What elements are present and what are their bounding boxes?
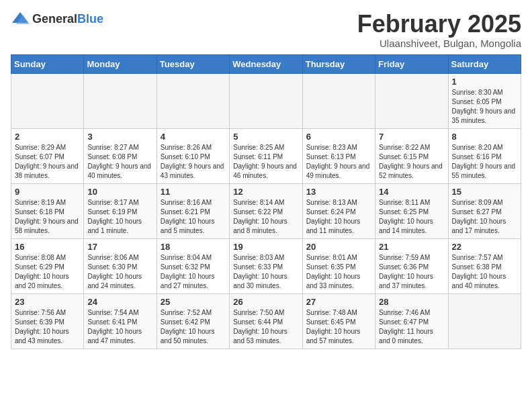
day-number: 23 xyxy=(15,297,80,307)
week-row-4: 16Sunrise: 8:08 AM Sunset: 6:29 PM Dayli… xyxy=(11,238,521,293)
day-number: 8 xyxy=(452,132,517,142)
week-row-2: 2Sunrise: 8:29 AM Sunset: 6:07 PM Daylig… xyxy=(11,128,521,183)
day-cell xyxy=(230,73,302,128)
day-number: 18 xyxy=(161,242,226,252)
day-cell xyxy=(448,293,521,349)
day-cell: 18Sunrise: 8:04 AM Sunset: 6:32 PM Dayli… xyxy=(157,238,229,293)
day-cell: 7Sunrise: 8:22 AM Sunset: 6:15 PM Daylig… xyxy=(375,128,448,183)
day-cell: 21Sunrise: 7:59 AM Sunset: 6:36 PM Dayli… xyxy=(375,238,448,293)
weekday-header-tuesday: Tuesday xyxy=(157,54,229,73)
day-number: 16 xyxy=(15,242,80,252)
day-cell: 24Sunrise: 7:54 AM Sunset: 6:41 PM Dayli… xyxy=(84,293,157,349)
day-info: Sunrise: 8:09 AM Sunset: 6:27 PM Dayligh… xyxy=(452,198,517,236)
weekday-header-saturday: Saturday xyxy=(448,54,521,73)
day-number: 4 xyxy=(161,132,226,142)
weekday-header-sunday: Sunday xyxy=(11,54,84,73)
day-info: Sunrise: 7:59 AM Sunset: 6:36 PM Dayligh… xyxy=(379,253,444,291)
calendar-table: SundayMondayTuesdayWednesdayThursdayFrid… xyxy=(11,54,521,349)
day-cell xyxy=(157,73,229,128)
day-info: Sunrise: 8:01 AM Sunset: 6:35 PM Dayligh… xyxy=(306,253,371,291)
day-cell: 25Sunrise: 7:52 AM Sunset: 6:42 PM Dayli… xyxy=(157,293,229,349)
page-header: GeneralBlue February 2025 Ulaanshiveet, … xyxy=(11,11,521,49)
calendar-title: February 2025 xyxy=(357,11,521,38)
weekday-header-wednesday: Wednesday xyxy=(230,54,302,73)
day-cell: 14Sunrise: 8:11 AM Sunset: 6:25 PM Dayli… xyxy=(375,183,448,238)
day-info: Sunrise: 8:26 AM Sunset: 6:10 PM Dayligh… xyxy=(161,143,226,181)
day-number: 25 xyxy=(161,297,226,307)
day-info: Sunrise: 8:11 AM Sunset: 6:25 PM Dayligh… xyxy=(379,198,444,236)
day-cell xyxy=(302,73,375,128)
day-cell: 19Sunrise: 8:03 AM Sunset: 6:33 PM Dayli… xyxy=(230,238,302,293)
day-number: 5 xyxy=(233,132,298,142)
weekday-header-thursday: Thursday xyxy=(302,54,375,73)
day-number: 21 xyxy=(379,242,444,252)
day-cell: 15Sunrise: 8:09 AM Sunset: 6:27 PM Dayli… xyxy=(448,183,521,238)
logo-general: General xyxy=(32,12,77,26)
day-number: 22 xyxy=(452,242,517,252)
day-info: Sunrise: 8:23 AM Sunset: 6:13 PM Dayligh… xyxy=(306,143,371,181)
day-info: Sunrise: 7:48 AM Sunset: 6:45 PM Dayligh… xyxy=(306,308,371,346)
day-number: 6 xyxy=(306,132,371,142)
week-row-1: 1Sunrise: 8:30 AM Sunset: 6:05 PM Daylig… xyxy=(11,73,521,128)
day-cell: 12Sunrise: 8:14 AM Sunset: 6:22 PM Dayli… xyxy=(230,183,302,238)
logo-blue: Blue xyxy=(77,12,103,26)
day-cell: 28Sunrise: 7:46 AM Sunset: 6:47 PM Dayli… xyxy=(375,293,448,349)
day-cell xyxy=(11,73,84,128)
day-number: 13 xyxy=(306,187,371,197)
day-info: Sunrise: 8:22 AM Sunset: 6:15 PM Dayligh… xyxy=(379,143,444,181)
day-cell: 3Sunrise: 8:27 AM Sunset: 6:08 PM Daylig… xyxy=(84,128,157,183)
day-cell: 27Sunrise: 7:48 AM Sunset: 6:45 PM Dayli… xyxy=(302,293,375,349)
day-info: Sunrise: 8:20 AM Sunset: 6:16 PM Dayligh… xyxy=(452,143,517,181)
day-cell: 16Sunrise: 8:08 AM Sunset: 6:29 PM Dayli… xyxy=(11,238,84,293)
day-info: Sunrise: 8:17 AM Sunset: 6:19 PM Dayligh… xyxy=(87,198,152,236)
day-number: 2 xyxy=(15,132,80,142)
day-cell: 17Sunrise: 8:06 AM Sunset: 6:30 PM Dayli… xyxy=(84,238,157,293)
day-cell: 5Sunrise: 8:25 AM Sunset: 6:11 PM Daylig… xyxy=(230,128,302,183)
day-info: Sunrise: 7:50 AM Sunset: 6:44 PM Dayligh… xyxy=(233,308,298,346)
day-number: 17 xyxy=(87,242,152,252)
day-cell: 20Sunrise: 8:01 AM Sunset: 6:35 PM Dayli… xyxy=(302,238,375,293)
day-number: 14 xyxy=(379,187,444,197)
day-cell: 11Sunrise: 8:16 AM Sunset: 6:21 PM Dayli… xyxy=(157,183,229,238)
day-number: 26 xyxy=(233,297,298,307)
day-info: Sunrise: 7:52 AM Sunset: 6:42 PM Dayligh… xyxy=(161,308,226,346)
day-number: 27 xyxy=(306,297,371,307)
day-number: 19 xyxy=(233,242,298,252)
day-info: Sunrise: 8:14 AM Sunset: 6:22 PM Dayligh… xyxy=(233,198,298,236)
week-row-5: 23Sunrise: 7:56 AM Sunset: 6:39 PM Dayli… xyxy=(11,293,521,349)
day-info: Sunrise: 8:16 AM Sunset: 6:21 PM Dayligh… xyxy=(161,198,226,236)
day-cell: 23Sunrise: 7:56 AM Sunset: 6:39 PM Dayli… xyxy=(11,293,84,349)
day-info: Sunrise: 8:04 AM Sunset: 6:32 PM Dayligh… xyxy=(161,253,226,291)
day-info: Sunrise: 8:25 AM Sunset: 6:11 PM Dayligh… xyxy=(233,143,298,181)
day-info: Sunrise: 7:46 AM Sunset: 6:47 PM Dayligh… xyxy=(379,308,444,346)
day-cell: 6Sunrise: 8:23 AM Sunset: 6:13 PM Daylig… xyxy=(302,128,375,183)
weekday-header-friday: Friday xyxy=(375,54,448,73)
day-number: 9 xyxy=(15,187,80,197)
day-info: Sunrise: 7:54 AM Sunset: 6:41 PM Dayligh… xyxy=(87,308,152,346)
day-info: Sunrise: 7:57 AM Sunset: 6:38 PM Dayligh… xyxy=(452,253,517,291)
day-info: Sunrise: 8:30 AM Sunset: 6:05 PM Dayligh… xyxy=(452,88,517,126)
day-cell: 22Sunrise: 7:57 AM Sunset: 6:38 PM Dayli… xyxy=(448,238,521,293)
day-number: 7 xyxy=(379,132,444,142)
day-info: Sunrise: 8:06 AM Sunset: 6:30 PM Dayligh… xyxy=(87,253,152,291)
day-cell: 26Sunrise: 7:50 AM Sunset: 6:44 PM Dayli… xyxy=(230,293,302,349)
day-number: 28 xyxy=(379,297,444,307)
week-row-3: 9Sunrise: 8:19 AM Sunset: 6:18 PM Daylig… xyxy=(11,183,521,238)
day-cell: 10Sunrise: 8:17 AM Sunset: 6:19 PM Dayli… xyxy=(84,183,157,238)
day-number: 12 xyxy=(233,187,298,197)
day-number: 20 xyxy=(306,242,371,252)
weekday-header-row: SundayMondayTuesdayWednesdayThursdayFrid… xyxy=(11,54,521,73)
title-block: February 2025 Ulaanshiveet, Bulgan, Mong… xyxy=(357,11,521,49)
day-number: 1 xyxy=(452,77,517,87)
logo-icon xyxy=(11,11,30,27)
day-info: Sunrise: 7:56 AM Sunset: 6:39 PM Dayligh… xyxy=(15,308,80,346)
logo: GeneralBlue xyxy=(11,11,103,27)
day-cell: 9Sunrise: 8:19 AM Sunset: 6:18 PM Daylig… xyxy=(11,183,84,238)
day-cell xyxy=(375,73,448,128)
day-cell xyxy=(84,73,157,128)
day-info: Sunrise: 8:13 AM Sunset: 6:24 PM Dayligh… xyxy=(306,198,371,236)
logo-text: GeneralBlue xyxy=(32,12,103,26)
day-info: Sunrise: 8:03 AM Sunset: 6:33 PM Dayligh… xyxy=(233,253,298,291)
day-cell: 8Sunrise: 8:20 AM Sunset: 6:16 PM Daylig… xyxy=(448,128,521,183)
day-info: Sunrise: 8:27 AM Sunset: 6:08 PM Dayligh… xyxy=(87,143,152,181)
